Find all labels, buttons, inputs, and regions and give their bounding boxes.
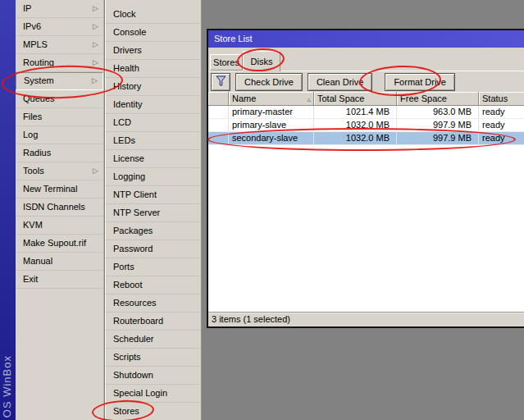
menu-item-make-supout[interactable]: Make Supout.rif [16,235,103,253]
submenu-item-ntp-client[interactable]: NTP Client [106,186,201,204]
table-header-row: Name ▵ Total Space Free Space Status [208,92,524,106]
table-row-secondary-slave[interactable]: secondary-slave 1032.0 MB 997.9 MB ready [208,132,524,145]
column-header-free-space[interactable]: Free Space [397,92,479,106]
submenu-item-resources[interactable]: Resources [106,294,201,313]
submenu-item-history[interactable]: History [106,78,201,96]
toolbar: Check Drive Clean Drive Format Drive [208,71,524,92]
menu-item-label: Queues [23,94,55,103]
submenu-item-label: Stores [113,406,139,416]
submenu-item-password[interactable]: Password [106,240,201,258]
filter-button[interactable] [211,73,230,91]
submenu-item-label: LEDs [113,135,135,145]
column-header-label: Total Space [317,94,364,103]
submenu-item-license[interactable]: License [106,150,201,168]
cell-status[interactable]: ready [479,119,524,132]
column-header-name[interactable]: Name ▵ [229,92,314,106]
submenu-item-ntp-server[interactable]: NTP Server [106,204,201,222]
disk-table-body: primary-master 1021.4 MB 963.0 MB ready … [208,106,524,312]
submenu-item-scripts[interactable]: Scripts [106,349,201,367]
funnel-filter-icon [216,75,226,88]
column-header-total-space[interactable]: Total Space [314,92,397,106]
cell-name[interactable]: primary-slave [229,119,314,132]
column-header-status[interactable]: Status [479,92,524,106]
submenu-item-leds[interactable]: LEDs [106,132,201,150]
column-header-label: Name [232,94,256,103]
window-status-bar: 3 items (1 selected) [208,312,524,326]
tab-stores[interactable]: Stores [210,54,243,71]
cell-name[interactable]: primary-master [229,106,314,119]
submenu-item-label: Console [113,27,146,37]
submenu-item-shutdown[interactable]: Shutdown [106,367,201,385]
cell-status[interactable]: ready [479,106,524,119]
submenu-item-label: Logging [113,171,145,181]
submenu-item-label: Scheduler [113,334,154,344]
menu-item-label: MPLS [23,39,48,49]
format-drive-button[interactable]: Format Drive [385,73,455,91]
window-titlebar[interactable]: Store List [208,30,524,48]
cell-total-space[interactable]: 1032.0 MB [314,132,397,145]
submenu-item-special-login[interactable]: Special Login [106,385,201,403]
submenu-item-logging[interactable]: Logging [106,168,201,186]
tab-disks[interactable]: Disks [243,51,280,71]
chevron-right-icon: ▷ [93,18,98,35]
table-row-primary-slave[interactable]: primary-slave 1032.0 MB 997.9 MB ready [208,119,524,132]
clean-drive-button[interactable]: Clean Drive [308,73,372,91]
menu-item-label: Radius [23,148,51,158]
menu-item-label: Tools [23,166,44,176]
menu-item-exit[interactable]: Exit [16,271,103,289]
submenu-item-stores[interactable]: Stores [106,403,201,420]
menu-item-tools[interactable]: Tools▷ [16,162,103,180]
submenu-item-identity[interactable]: Identity [106,96,201,114]
menu-item-mpls[interactable]: MPLS▷ [16,36,103,54]
menu-item-kvm[interactable]: KVM [16,217,103,235]
submenu-item-label: Special Login [113,388,167,398]
menu-item-label: New Terminal [23,184,77,194]
tab-label: Disks [251,57,273,66]
row-gutter-cell[interactable] [208,106,229,119]
cell-total-space[interactable]: 1032.0 MB [314,119,397,132]
cell-free-space[interactable]: 997.9 MB [397,132,479,145]
submenu-item-scheduler[interactable]: Scheduler [106,331,201,349]
submenu-item-clock[interactable]: Clock [106,6,201,24]
submenu-item-drivers[interactable]: Drivers [106,42,201,60]
cell-total-space[interactable]: 1021.4 MB [314,106,397,119]
menu-item-log[interactable]: Log [16,126,103,144]
menu-item-radius[interactable]: Radius [16,144,103,162]
table-row-primary-master[interactable]: primary-master 1021.4 MB 963.0 MB ready [208,106,524,119]
submenu-item-label: Identity [113,99,142,109]
menu-item-files[interactable]: Files [16,108,103,126]
window-title: Store List [214,34,252,43]
cell-free-space[interactable]: 997.9 MB [397,119,479,132]
menu-item-label: Log [23,130,38,139]
submenu-item-reboot[interactable]: Reboot [106,276,201,294]
column-header-label: Status [482,94,508,103]
tab-bar: Stores Disks [208,48,524,71]
column-header-blank[interactable] [208,92,229,106]
row-gutter-cell[interactable] [208,119,229,132]
check-drive-button[interactable]: Check Drive [235,73,303,91]
cell-status[interactable]: ready [479,132,524,145]
cell-free-space[interactable]: 963.0 MB [397,106,479,119]
row-gutter-cell[interactable] [208,132,229,145]
submenu-item-label: Routerboard [113,316,163,326]
menu-item-isdn-channels[interactable]: ISDN Channels [16,199,103,217]
menu-item-ipv6[interactable]: IPv6▷ [16,18,103,36]
chevron-right-icon: ▷ [93,162,98,180]
submenu-item-lcd[interactable]: LCD [106,114,201,132]
menu-item-new-terminal[interactable]: New Terminal [16,180,103,199]
cell-name[interactable]: secondary-slave [229,132,314,145]
submenu-item-routerboard[interactable]: Routerboard [106,313,201,331]
menu-item-label: IPv6 [23,21,41,31]
chevron-right-icon: ▷ [92,73,98,89]
menu-item-routing[interactable]: Routing▷ [16,54,103,72]
submenu-item-label: Packages [113,226,153,235]
submenu-item-console[interactable]: Console [106,24,201,42]
submenu-item-ports[interactable]: Ports [106,258,201,276]
menu-item-system[interactable]: System▷ [16,72,103,90]
menu-item-ip[interactable]: IP▷ [16,0,103,18]
menu-item-manual[interactable]: Manual [16,253,103,271]
menu-item-label: Exit [23,274,38,284]
submenu-item-health[interactable]: Health [106,60,201,78]
submenu-item-packages[interactable]: Packages [106,222,201,240]
menu-item-queues[interactable]: Queues [16,90,103,108]
